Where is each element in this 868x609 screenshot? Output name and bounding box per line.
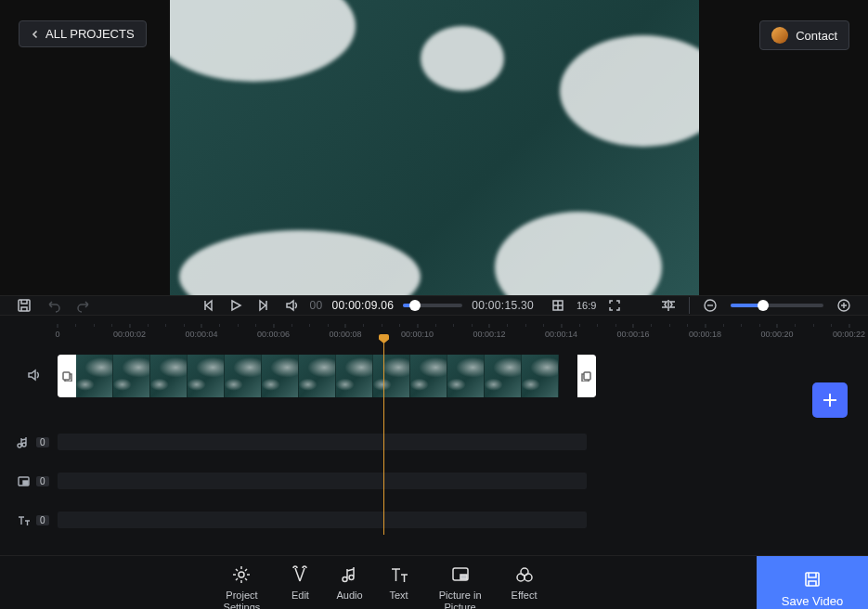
next-frame-icon[interactable] bbox=[254, 296, 273, 315]
all-projects-button[interactable]: ALL PROJECTS bbox=[19, 20, 147, 47]
timeline-ruler[interactable]: 000:00:0200:00:0400:00:0600:00:0800:00:1… bbox=[58, 321, 868, 340]
all-projects-label: ALL PROJECTS bbox=[45, 27, 135, 41]
bottom-toolbar: Project Settings Edit Audio Text Picture… bbox=[0, 555, 868, 609]
play-icon[interactable] bbox=[227, 296, 245, 315]
ruler-tick: 00:00:04 bbox=[185, 324, 217, 339]
timeline: 000:00:0200:00:0400:00:0600:00:0800:00:1… bbox=[0, 316, 868, 555]
aspect-ratio[interactable]: 16:9 bbox=[577, 300, 596, 311]
ruler-tick: 00:00:08 bbox=[329, 324, 361, 339]
crop-icon[interactable] bbox=[549, 296, 567, 315]
divider bbox=[689, 297, 690, 314]
playback-bar: 00 00:00:09.06 00:00:15.30 16:9 bbox=[0, 295, 868, 316]
pip-track-label: 0 bbox=[17, 474, 49, 488]
text-button[interactable]: Text bbox=[389, 564, 409, 609]
audio-button[interactable]: Audio bbox=[336, 564, 362, 609]
total-time: 00:00:15.30 bbox=[472, 299, 534, 312]
ruler-tick: 00:00:06 bbox=[257, 324, 290, 339]
project-settings-button[interactable]: Project Settings bbox=[219, 564, 264, 609]
svg-point-14 bbox=[525, 574, 532, 581]
prev-frame-icon[interactable] bbox=[199, 296, 217, 315]
ruler-tick: 00:00:22 bbox=[833, 324, 865, 339]
text-track-label: 0 bbox=[17, 513, 49, 527]
svg-rect-11 bbox=[460, 575, 467, 579]
ruler-tick: 0 bbox=[55, 324, 59, 339]
audio-track-label: 0 bbox=[17, 435, 49, 449]
ruler-tick: 00:00:16 bbox=[616, 324, 649, 339]
edit-button[interactable]: Edit bbox=[290, 564, 310, 609]
svg-rect-8 bbox=[23, 481, 28, 485]
svg-point-9 bbox=[239, 572, 244, 577]
fullscreen-icon[interactable] bbox=[605, 296, 624, 315]
contact-avatar-icon bbox=[771, 27, 788, 44]
svg-rect-0 bbox=[19, 300, 30, 311]
video-track-mute-icon[interactable] bbox=[26, 368, 41, 386]
clip-handle-right[interactable] bbox=[577, 355, 596, 397]
svg-point-13 bbox=[517, 574, 525, 581]
ruler-tick: 00:00:18 bbox=[689, 324, 721, 339]
redo-icon[interactable] bbox=[74, 296, 93, 315]
time-prefix: 00 bbox=[310, 299, 323, 312]
clip-thumbnails bbox=[76, 355, 559, 397]
svg-rect-15 bbox=[806, 573, 819, 586]
clip-handle-left[interactable] bbox=[58, 355, 76, 397]
ruler-tick: 00:00:02 bbox=[113, 324, 146, 339]
save-video-button[interactable]: Save Video bbox=[757, 556, 868, 610]
header-bar: ALL PROJECTS Contact bbox=[0, 0, 868, 50]
fit-screen-icon[interactable] bbox=[659, 296, 678, 315]
zoom-out-icon[interactable] bbox=[701, 296, 719, 315]
audio-track[interactable]: 0 bbox=[58, 429, 810, 455]
chevron-left-icon bbox=[31, 30, 40, 39]
ruler-tick: 00:00:10 bbox=[401, 324, 434, 339]
save-icon[interactable] bbox=[15, 296, 33, 315]
contact-label: Contact bbox=[796, 29, 837, 43]
contact-button[interactable]: Contact bbox=[759, 20, 849, 50]
ruler-tick: 00:00:20 bbox=[760, 324, 793, 339]
pip-button[interactable]: Picture in Picture bbox=[435, 564, 486, 609]
svg-rect-4 bbox=[63, 372, 70, 380]
playhead[interactable] bbox=[383, 336, 384, 535]
current-time: 00:00:09.06 bbox=[332, 299, 395, 312]
zoom-slider[interactable] bbox=[731, 304, 823, 307]
effect-button[interactable]: Effect bbox=[512, 564, 538, 609]
ruler-tick: 00:00:14 bbox=[545, 324, 577, 339]
svg-rect-5 bbox=[584, 372, 590, 380]
video-clip[interactable]: 00:00:15 100% bbox=[58, 355, 596, 397]
seek-slider[interactable] bbox=[403, 304, 462, 307]
undo-icon[interactable] bbox=[45, 296, 63, 315]
text-track[interactable]: 0 bbox=[58, 507, 810, 533]
volume-icon[interactable] bbox=[282, 296, 301, 315]
pip-track[interactable]: 0 bbox=[58, 468, 810, 494]
video-track[interactable]: 00:00:15 100% bbox=[58, 355, 868, 397]
ruler-tick: 00:00:12 bbox=[473, 324, 505, 339]
zoom-in-icon[interactable] bbox=[835, 296, 853, 315]
